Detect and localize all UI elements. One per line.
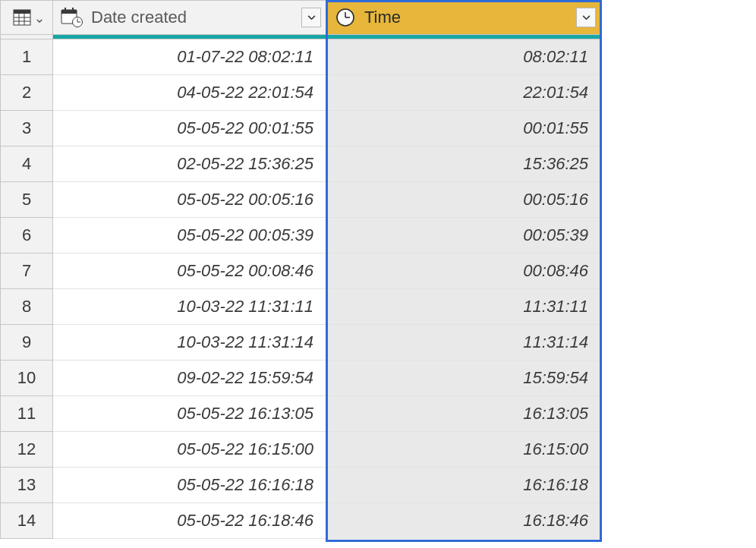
cell-date-created[interactable]: 05-05-22 16:15:00 (53, 432, 326, 468)
cell-time[interactable]: 16:13:05 (326, 396, 601, 432)
column-filter-button[interactable] (301, 8, 321, 27)
cell-date-created[interactable]: 05-05-22 16:13:05 (53, 396, 326, 432)
cell-date-created[interactable]: 05-05-22 16:16:18 (53, 468, 326, 503)
table-row[interactable]: 1205-05-22 16:15:0016:15:00 (0, 432, 601, 468)
row-number[interactable]: 11 (0, 396, 53, 432)
table-row[interactable]: 305-05-22 00:01:5500:01:55 (0, 111, 601, 146)
table-row[interactable]: 1305-05-22 16:16:1816:16:18 (0, 468, 601, 503)
cell-time[interactable]: 00:05:39 (326, 218, 601, 254)
column-header-label: Date created (91, 8, 295, 27)
table-row[interactable]: 1105-05-22 16:13:0516:13:05 (0, 396, 601, 432)
table-icon (11, 7, 33, 28)
cell-time[interactable]: 00:05:16 (326, 182, 601, 218)
row-number[interactable]: 10 (0, 361, 53, 396)
column-header-date-created[interactable]: Date created (53, 0, 326, 35)
table: Date created (0, 0, 601, 539)
cell-date-created[interactable]: 10-03-22 11:31:11 (53, 289, 326, 325)
row-number[interactable]: 4 (0, 146, 53, 182)
table-row[interactable]: 705-05-22 00:08:4600:08:46 (0, 254, 601, 289)
cell-time[interactable]: 00:01:55 (326, 111, 601, 146)
svg-rect-1 (14, 10, 30, 14)
cell-time[interactable]: 11:31:11 (326, 289, 601, 325)
row-number[interactable]: 13 (0, 468, 53, 503)
row-number[interactable]: 14 (0, 503, 53, 539)
table-row[interactable]: 910-03-22 11:31:1411:31:14 (0, 325, 601, 361)
cell-date-created[interactable]: 01-07-22 08:02:11 (53, 39, 326, 75)
cell-time[interactable]: 16:16:18 (326, 468, 601, 503)
cell-date-created[interactable]: 05-05-22 16:18:46 (53, 503, 326, 539)
row-number[interactable]: 7 (0, 254, 53, 289)
svg-rect-9 (72, 8, 74, 11)
cell-time[interactable]: 15:36:25 (326, 146, 601, 182)
row-number[interactable]: 9 (0, 325, 53, 361)
row-number[interactable]: 8 (0, 289, 53, 325)
table-row[interactable]: 402-05-22 15:36:2515:36:25 (0, 146, 601, 182)
column-header-time[interactable]: Time (326, 0, 601, 35)
cell-date-created[interactable]: 05-05-22 00:05:16 (53, 182, 326, 218)
row-number[interactable]: 3 (0, 111, 53, 146)
row-number[interactable]: 6 (0, 218, 53, 254)
cell-time[interactable]: 15:59:54 (326, 361, 601, 396)
cell-date-created[interactable]: 05-05-22 00:01:55 (53, 111, 326, 146)
data-grid: Date created (0, 0, 756, 539)
row-number[interactable]: 12 (0, 432, 53, 468)
cell-time[interactable]: 16:15:00 (326, 432, 601, 468)
svg-rect-7 (61, 10, 77, 14)
cell-time[interactable]: 11:31:14 (326, 325, 601, 361)
table-row[interactable]: 1009-02-22 15:59:5415:59:54 (0, 361, 601, 396)
chevron-down-icon (36, 8, 43, 27)
table-row[interactable]: 505-05-22 00:05:1600:05:16 (0, 182, 601, 218)
datetime-icon (61, 7, 83, 28)
cell-date-created[interactable]: 05-05-22 00:08:46 (53, 254, 326, 289)
cell-date-created[interactable]: 02-05-22 15:36:25 (53, 146, 326, 182)
cell-time[interactable]: 22:01:54 (326, 75, 601, 111)
table-row[interactable]: 204-05-22 22:01:5422:01:54 (0, 75, 601, 111)
clock-icon (334, 7, 357, 28)
column-header-label: Time (364, 8, 570, 27)
row-number[interactable]: 1 (0, 39, 53, 75)
table-row[interactable]: 605-05-22 00:05:3900:05:39 (0, 218, 601, 254)
row-number[interactable]: 2 (0, 75, 53, 111)
cell-time[interactable]: 16:18:46 (326, 503, 601, 539)
cell-date-created[interactable]: 05-05-22 00:05:39 (53, 218, 326, 254)
table-row[interactable]: 1405-05-22 16:18:4616:18:46 (0, 503, 601, 539)
svg-rect-8 (65, 8, 66, 11)
table-row[interactable]: 810-03-22 11:31:1111:31:11 (0, 289, 601, 325)
table-corner-menu[interactable] (0, 0, 53, 35)
row-number[interactable]: 5 (0, 182, 53, 218)
column-filter-button[interactable] (576, 8, 596, 27)
cell-date-created[interactable]: 04-05-22 22:01:54 (53, 75, 326, 111)
cell-date-created[interactable]: 09-02-22 15:59:54 (53, 361, 326, 396)
cell-time[interactable]: 00:08:46 (326, 254, 601, 289)
cell-time[interactable]: 08:02:11 (326, 39, 601, 75)
cell-date-created[interactable]: 10-03-22 11:31:14 (53, 325, 326, 361)
table-row[interactable]: 101-07-22 08:02:1108:02:11 (0, 39, 601, 75)
